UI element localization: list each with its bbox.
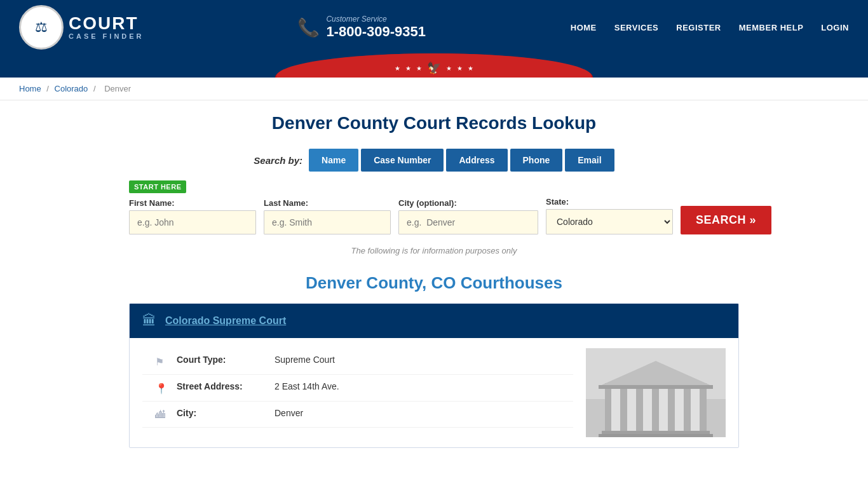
svg-rect-8 bbox=[659, 386, 668, 434]
detail-row-city: 🏙 City: Denver bbox=[142, 402, 573, 428]
nav-register[interactable]: REGISTER bbox=[676, 23, 721, 32]
courthouse-header: 🏛 Colorado Supreme Court bbox=[130, 304, 738, 338]
first-name-label: First Name: bbox=[129, 198, 256, 208]
court-type-icon: ⚑ bbox=[155, 356, 168, 368]
page-title: Denver County Court Records Lookup bbox=[129, 113, 739, 133]
city-input[interactable] bbox=[398, 210, 538, 234]
start-here-badge: START HERE bbox=[129, 180, 186, 193]
state-label: State: bbox=[546, 197, 673, 207]
detail-row-court-type: ⚑ Court Type: Supreme Court bbox=[142, 348, 573, 375]
customer-service-label: Customer Service bbox=[326, 15, 426, 24]
ribbon-container: ★ ★ ★ 🦅 ★ ★ ★ bbox=[0, 55, 868, 78]
last-name-input[interactable] bbox=[264, 210, 391, 234]
search-by-label: Search by: bbox=[254, 155, 302, 166]
city-detail-value: Denver bbox=[275, 408, 303, 418]
courthouses-title: Denver County, CO Courthouses bbox=[129, 273, 739, 293]
court-type-label: Court Type: bbox=[177, 355, 266, 365]
logo-text: COURT CASE FINDER bbox=[64, 11, 153, 44]
search-tabs: Name Case Number Address Phone Email bbox=[309, 149, 614, 172]
courthouse-body: ⚑ Court Type: Supreme Court 📍 Street Add… bbox=[130, 338, 738, 447]
tab-phone[interactable]: Phone bbox=[510, 149, 563, 172]
svg-rect-6 bbox=[627, 386, 636, 434]
city-detail-label: City: bbox=[177, 408, 266, 418]
logo-tagline: CASE FINDER bbox=[69, 32, 144, 40]
main-nav: HOME SERVICES REGISTER MEMBER HELP LOGIN bbox=[571, 23, 849, 32]
nav-services[interactable]: SERVICES bbox=[614, 23, 659, 32]
courthouse-card: 🏛 Colorado Supreme Court ⚑ Court Type: S… bbox=[129, 303, 739, 448]
phone-icon: 📞 bbox=[297, 17, 320, 38]
street-icon: 📍 bbox=[155, 383, 168, 395]
tab-email[interactable]: Email bbox=[565, 149, 614, 172]
city-group: City (optional): bbox=[398, 198, 538, 234]
search-form-wrapper: START HERE First Name: Last Name: City (… bbox=[129, 180, 739, 234]
svg-rect-12 bbox=[599, 385, 713, 389]
search-button[interactable]: SEARCH » bbox=[681, 206, 771, 234]
svg-rect-7 bbox=[643, 386, 652, 434]
courthouse-building-svg bbox=[586, 348, 726, 437]
svg-rect-10 bbox=[691, 386, 700, 434]
search-by-row: Search by: Name Case Number Address Phon… bbox=[129, 149, 739, 172]
first-name-group: First Name: bbox=[129, 198, 256, 234]
state-select[interactable]: Colorado Alabama Alaska Arizona Arkansas… bbox=[546, 209, 673, 234]
nav-member-help[interactable]: MEMBER HELP bbox=[739, 23, 804, 32]
last-name-label: Last Name: bbox=[264, 198, 391, 208]
header-phone: 📞 Customer Service 1-800-309-9351 bbox=[297, 15, 426, 40]
search-form: First Name: Last Name: City (optional): … bbox=[129, 197, 739, 234]
nav-home[interactable]: HOME bbox=[571, 23, 597, 32]
breadcrumb-sep-1: / bbox=[46, 84, 51, 93]
courthouse-details: ⚑ Court Type: Supreme Court 📍 Street Add… bbox=[142, 348, 573, 437]
first-name-input[interactable] bbox=[129, 210, 256, 234]
svg-rect-14 bbox=[602, 431, 710, 434]
tab-name[interactable]: Name bbox=[309, 149, 358, 172]
breadcrumb: Home / Colorado / Denver bbox=[0, 78, 868, 100]
site-header: ⚖ COURT CASE FINDER 📞 Customer Service 1… bbox=[0, 0, 868, 55]
street-value: 2 East 14th Ave. bbox=[275, 381, 339, 391]
last-name-group: Last Name: bbox=[264, 198, 391, 234]
logo-circle: ⚖ bbox=[19, 5, 64, 50]
city-label: City (optional): bbox=[398, 198, 538, 208]
logo-court-text: COURT bbox=[69, 15, 139, 32]
tab-case-number[interactable]: Case Number bbox=[361, 149, 444, 172]
logo[interactable]: ⚖ COURT CASE FINDER bbox=[19, 5, 153, 50]
courthouse-image bbox=[586, 348, 726, 437]
city-icon: 🏙 bbox=[155, 409, 168, 421]
svg-rect-9 bbox=[675, 386, 684, 434]
court-type-value: Supreme Court bbox=[275, 355, 335, 365]
phone-number: 1-800-309-9351 bbox=[326, 24, 426, 40]
breadcrumb-denver: Denver bbox=[104, 84, 131, 93]
courthouse-name-link[interactable]: Colorado Supreme Court bbox=[165, 315, 286, 327]
info-text: The following is for information purpose… bbox=[129, 246, 739, 255]
tab-address[interactable]: Address bbox=[446, 149, 507, 172]
detail-row-street: 📍 Street Address: 2 East 14th Ave. bbox=[142, 375, 573, 402]
courthouse-icon: 🏛 bbox=[142, 313, 156, 329]
nav-login[interactable]: LOGIN bbox=[821, 23, 849, 32]
main-content: Denver County Court Records Lookup Searc… bbox=[116, 100, 752, 448]
logo-icon: ⚖ bbox=[35, 19, 48, 35]
ribbon-content: ★ ★ ★ 🦅 ★ ★ ★ bbox=[395, 61, 473, 75]
breadcrumb-sep-2: / bbox=[93, 84, 98, 93]
street-label: Street Address: bbox=[177, 381, 266, 391]
svg-rect-13 bbox=[599, 434, 713, 437]
svg-rect-5 bbox=[611, 386, 620, 434]
breadcrumb-colorado[interactable]: Colorado bbox=[55, 84, 88, 93]
breadcrumb-home[interactable]: Home bbox=[19, 84, 41, 93]
state-group: State: Colorado Alabama Alaska Arizona A… bbox=[546, 197, 673, 234]
